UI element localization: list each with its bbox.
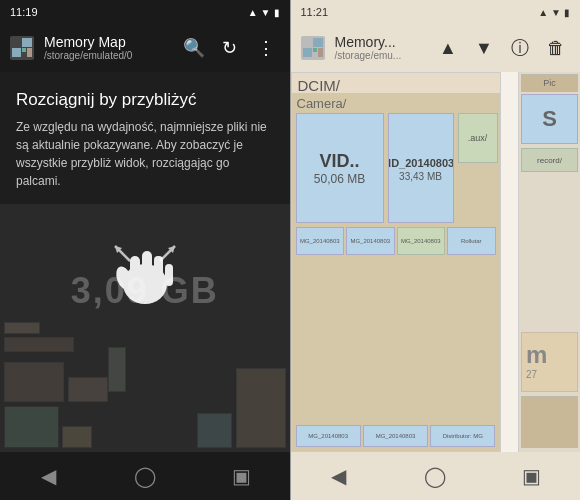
camera-label: Camera/ — [292, 93, 500, 114]
small-block-4[interactable]: Rollutar — [447, 227, 496, 255]
left-status-bar: 11:19 ▲ ▼ ▮ — [0, 0, 290, 24]
svg-rect-18 — [313, 48, 317, 52]
right-recent-button[interactable]: ▣ — [508, 452, 556, 500]
left-time: 11:19 — [10, 6, 38, 18]
left-phone: 11:19 ▲ ▼ ▮ Memory Map /storage/emulated… — [0, 0, 290, 500]
refresh-button[interactable]: ↻ — [214, 32, 246, 64]
bottom-blocks-row: MG_20140803 MG_20140803 Distributor: MG — [296, 425, 496, 447]
left-app-actions: 🔍 ↻ ⋮ — [178, 32, 282, 64]
svg-rect-2 — [22, 38, 32, 47]
svg-rect-7 — [142, 251, 152, 286]
right-app-title: Memory... — [335, 34, 425, 51]
svg-rect-17 — [313, 38, 323, 47]
right-bottom-nav: ◀ ◯ ▣ — [291, 452, 581, 500]
vid-big-label: VID.. — [319, 151, 359, 172]
right-phone: 11:21 ▲ ▼ ▮ Memory... /storage/emu... ▲ … — [291, 0, 581, 500]
svg-rect-19 — [318, 48, 323, 57]
up-button[interactable]: ▲ — [432, 32, 464, 64]
mobile-big-block[interactable]: m 27 — [521, 332, 578, 392]
left-main-content: Rozciągnij by przybliżyć Ze względu na w… — [0, 72, 290, 452]
right-time: 11:21 — [301, 6, 329, 18]
mobile-big-size: 27 — [522, 369, 577, 380]
mobile-bottom-block[interactable] — [521, 396, 578, 448]
pinch-gesture-area — [100, 226, 190, 316]
app-logo — [8, 34, 36, 62]
right-app-bar: Memory... /storage/emu... ▲ ▼ ⓘ 🗑 — [291, 24, 581, 72]
signal-icon: ▲ — [248, 7, 258, 18]
pinch-overlay: Rozciągnij by przybliżyć Ze względu na w… — [0, 72, 290, 204]
left-app-bar: Memory Map /storage/emulated/0 🔍 ↻ ⋮ — [0, 24, 290, 72]
pic-label: Pic — [521, 74, 578, 92]
right-status-bar: 11:21 ▲ ▼ ▮ — [291, 0, 581, 24]
small-blocks-row: MG_20140803 MG_20140803 MG_20140803 Roll… — [296, 227, 496, 255]
right-battery-icon: ▮ — [564, 7, 570, 18]
small-block-2[interactable]: MG_20140803 — [346, 227, 395, 255]
right-back-button[interactable]: ◀ — [315, 452, 363, 500]
s-block[interactable]: S — [521, 94, 578, 144]
dcim-section[interactable]: DCIM/ Camera/ VID.. 50,06 MB VID_2014080… — [291, 72, 501, 452]
right-app-logo — [299, 34, 327, 62]
left-app-title: Memory Map — [44, 34, 170, 51]
left-bottom-nav: ◀ ◯ ▣ — [0, 452, 290, 500]
camera-section[interactable]: Camera/ VID.. 50,06 MB VID_20140803.. 33… — [292, 93, 500, 451]
bottom-block-3[interactable]: Distributor: MG — [430, 425, 495, 447]
mobile-section[interactable]: Pic S record/ m 27 — [518, 72, 580, 452]
svg-rect-3 — [22, 48, 26, 52]
vid-med-label: VID_20140803.. — [388, 155, 454, 171]
left-app-subtitle: /storage/emulated/0 — [44, 50, 170, 62]
small-block-1[interactable]: MG_20140803 — [296, 227, 345, 255]
right-title-area: Memory... /storage/emu... — [335, 34, 425, 63]
overlay-desc: Ze względu na wydajność, najmniejsze pli… — [16, 118, 274, 190]
right-app-actions: ▲ ▼ ⓘ 🗑 — [432, 32, 572, 64]
back-button[interactable]: ◀ — [24, 452, 72, 500]
right-signal-icon: ▲ — [538, 7, 548, 18]
delete-button[interactable]: 🗑 — [540, 32, 572, 64]
info-button[interactable]: ⓘ — [504, 32, 536, 64]
right-app-subtitle: /storage/emu... — [335, 50, 425, 62]
record-label: record/ — [537, 156, 562, 165]
overlay-title: Rozciągnij by przybliżyć — [16, 90, 274, 110]
svg-rect-9 — [165, 264, 173, 286]
svg-rect-16 — [303, 48, 312, 57]
vid-med-size: 33,43 MB — [399, 171, 442, 182]
vid-med-block[interactable]: VID_20140803.. 33,43 MB — [388, 113, 454, 223]
right-status-icons: ▲ ▼ ▮ — [538, 7, 570, 18]
aux-label: .aux/ — [468, 133, 488, 143]
aux-block[interactable]: .aux/ — [458, 113, 498, 163]
svg-rect-4 — [27, 48, 32, 57]
search-button[interactable]: 🔍 — [178, 32, 210, 64]
more-button[interactable]: ⋮ — [250, 32, 282, 64]
home-button[interactable]: ◯ — [121, 452, 169, 500]
record-block[interactable]: record/ — [521, 148, 578, 172]
bottom-block-2[interactable]: MG_20140803 — [363, 425, 428, 447]
vid-big-size: 50,06 MB — [314, 172, 365, 186]
small-block-3[interactable]: MG_20140803 — [397, 227, 446, 255]
mobile-big-label: m — [522, 333, 577, 369]
wifi-icon: ▼ — [261, 7, 271, 18]
right-wifi-icon: ▼ — [551, 7, 561, 18]
left-title-area: Memory Map /storage/emulated/0 — [44, 34, 170, 63]
treemap-container[interactable]: DCIM/ Camera/ VID.. 50,06 MB VID_2014080… — [291, 72, 581, 452]
battery-icon: ▮ — [274, 7, 280, 18]
pinch-hand-icon — [100, 226, 190, 316]
bottom-block-1[interactable]: MG_20140803 — [296, 425, 361, 447]
down-button[interactable]: ▼ — [468, 32, 500, 64]
recent-button[interactable]: ▣ — [217, 452, 265, 500]
left-status-icons: ▲ ▼ ▮ — [248, 7, 280, 18]
vid-big-block[interactable]: VID.. 50,06 MB — [296, 113, 384, 223]
svg-rect-1 — [12, 48, 21, 57]
s-label: S — [542, 106, 557, 132]
background-treemap — [0, 292, 290, 452]
right-home-button[interactable]: ◯ — [411, 452, 459, 500]
